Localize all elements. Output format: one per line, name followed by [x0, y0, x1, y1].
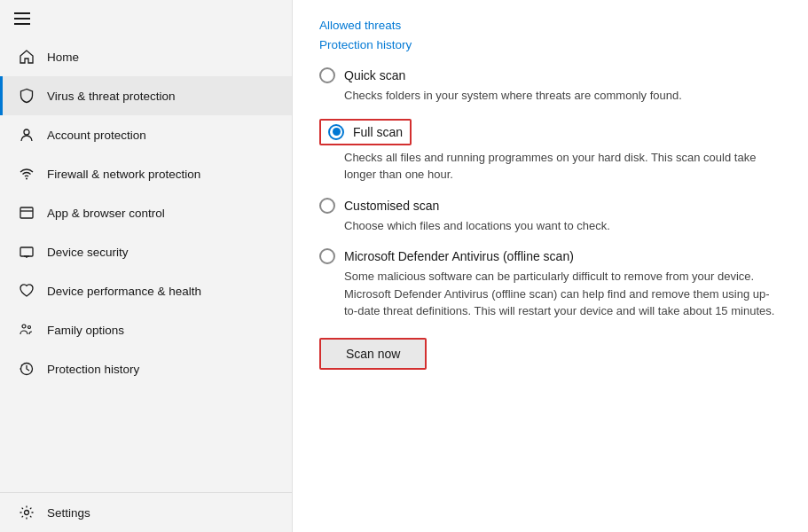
- quick-scan-label: Quick scan: [344, 68, 405, 82]
- sidebar-item-settings[interactable]: Settings: [0, 493, 292, 532]
- offline-scan-header[interactable]: Microsoft Defender Antivirus (offline sc…: [319, 248, 781, 264]
- allowed-threats-link[interactable]: Allowed threats: [319, 19, 401, 32]
- main-content: Allowed threats Protection history Quick…: [293, 0, 808, 532]
- offline-scan-option: Microsoft Defender Antivirus (offline sc…: [319, 248, 781, 320]
- sidebar-item-device-security-label: Device security: [47, 246, 129, 259]
- protection-history-link[interactable]: Protection history: [319, 38, 412, 51]
- sidebar-item-account-label: Account protection: [47, 129, 146, 142]
- sidebar-item-home-label: Home: [47, 51, 79, 64]
- full-scan-highlight-box[interactable]: Full scan: [319, 119, 412, 145]
- sidebar-item-app-label: App & browser control: [47, 207, 165, 220]
- sidebar-item-virus-threat[interactable]: Virus & threat protection: [0, 76, 292, 115]
- allowed-threats-link-row: Allowed threats: [319, 18, 781, 32]
- sidebar-item-virus-label: Virus & threat protection: [47, 90, 176, 103]
- customised-scan-label: Customised scan: [344, 199, 439, 213]
- svg-rect-4: [20, 247, 33, 256]
- sidebar-item-settings-label: Settings: [47, 506, 90, 520]
- full-scan-desc: Checks all files and running programmes …: [344, 149, 781, 184]
- sidebar-item-firewall-label: Firewall & network protection: [47, 168, 200, 181]
- offline-scan-desc: Some malicious software can be particula…: [344, 268, 781, 320]
- svg-point-10: [25, 511, 29, 515]
- quick-scan-header[interactable]: Quick scan: [319, 67, 781, 83]
- svg-point-8: [28, 326, 31, 329]
- browser-icon: [17, 203, 36, 223]
- scan-options-list: Quick scan Checks folders in your system…: [319, 67, 781, 320]
- sidebar: Home Virus & threat protection Account p…: [0, 0, 293, 532]
- shield-icon: [17, 86, 36, 106]
- customised-scan-option: Customised scan Choose which files and l…: [319, 198, 781, 235]
- protection-history-link-row: Protection history: [319, 37, 781, 51]
- quick-scan-desc: Checks folders in your system where thre…: [344, 87, 781, 105]
- hamburger-button[interactable]: [0, 0, 292, 37]
- family-icon: [17, 320, 36, 340]
- sidebar-item-firewall[interactable]: Firewall & network protection: [0, 154, 292, 193]
- heart-icon: [17, 281, 36, 301]
- sidebar-item-device-performance[interactable]: Device performance & health: [0, 271, 292, 310]
- sidebar-item-protection-history[interactable]: Protection history: [0, 349, 292, 388]
- full-scan-header[interactable]: Full scan: [319, 119, 781, 145]
- hamburger-icon: [14, 12, 30, 25]
- offline-scan-label: Microsoft Defender Antivirus (offline sc…: [344, 249, 574, 263]
- quick-scan-option: Quick scan Checks folders in your system…: [319, 67, 781, 105]
- sidebar-item-device-performance-label: Device performance & health: [47, 285, 201, 298]
- svg-point-0: [24, 129, 29, 135]
- sidebar-item-family[interactable]: Family options: [0, 310, 292, 349]
- svg-point-7: [22, 325, 26, 328]
- sidebar-item-family-label: Family options: [47, 324, 124, 337]
- gear-icon: [17, 503, 36, 522]
- history-icon: [17, 359, 36, 379]
- quick-scan-radio[interactable]: [319, 67, 335, 83]
- sidebar-bottom: Settings: [0, 492, 292, 532]
- sidebar-item-history-label: Protection history: [47, 363, 139, 376]
- full-scan-option: Full scan Checks all files and running p…: [319, 119, 781, 184]
- offline-scan-radio[interactable]: [319, 248, 335, 264]
- scan-now-button[interactable]: Scan now: [319, 338, 427, 370]
- sidebar-item-account[interactable]: Account protection: [0, 115, 292, 154]
- customised-scan-radio[interactable]: [319, 198, 335, 214]
- full-scan-radio[interactable]: [328, 124, 344, 140]
- customised-scan-desc: Choose which files and locations you wan…: [344, 217, 781, 235]
- sidebar-item-device-security[interactable]: Device security: [0, 232, 292, 271]
- person-icon: [17, 125, 36, 145]
- wifi-icon: [17, 164, 36, 184]
- customised-scan-header[interactable]: Customised scan: [319, 198, 781, 214]
- svg-rect-2: [20, 207, 33, 218]
- full-scan-label: Full scan: [353, 125, 403, 139]
- device-icon: [17, 242, 36, 262]
- sidebar-item-home[interactable]: Home: [0, 37, 292, 76]
- home-icon: [17, 47, 36, 66]
- svg-point-1: [26, 178, 27, 180]
- sidebar-item-app-browser[interactable]: App & browser control: [0, 193, 292, 232]
